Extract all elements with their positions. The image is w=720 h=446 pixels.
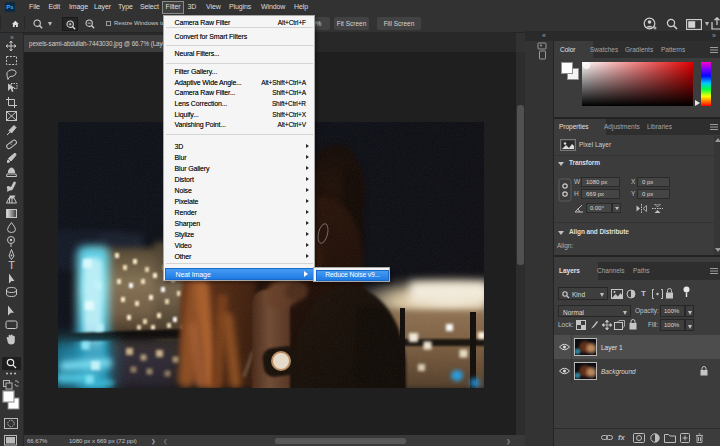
svg-text:»: » — [10, 34, 14, 41]
svg-text:T: T — [8, 259, 15, 271]
